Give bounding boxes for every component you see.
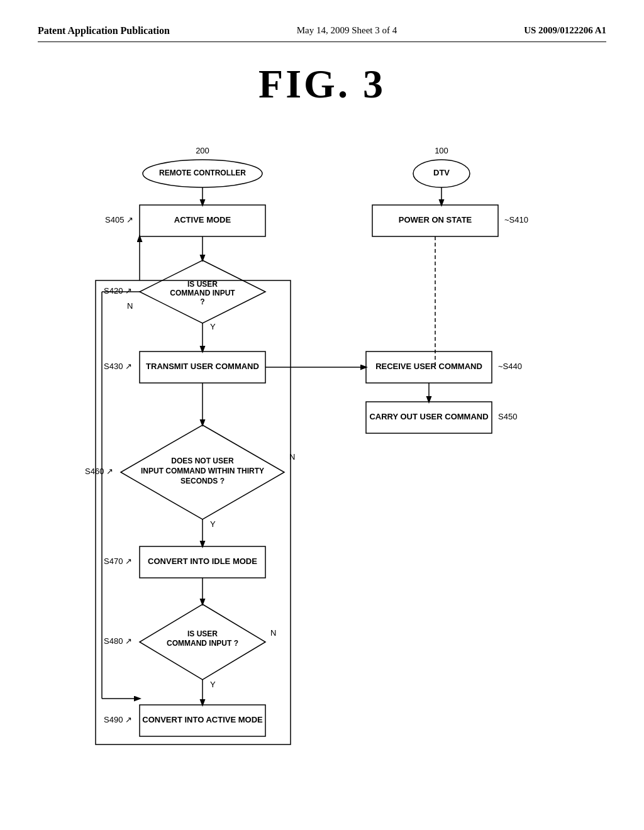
remote-controller-label: REMOTE CONTROLLER — [159, 169, 246, 177]
flowchart: 200 REMOTE CONTROLLER 100 DTV ACTIVE MOD… — [52, 139, 592, 780]
s420-text-1: IS USER — [187, 280, 218, 289]
s420-text-2: COMMAND INPUT — [170, 289, 235, 297]
s460-text-3: SECONDS ? — [180, 477, 225, 485]
header-center: May 14, 2009 Sheet 3 of 4 — [297, 25, 397, 36]
page: Patent Application Publication May 14, 2… — [0, 0, 644, 830]
s450-label: S450 — [498, 412, 517, 421]
s405-label: S405 ↗ — [105, 215, 133, 224]
s480-y-label: Y — [210, 680, 216, 689]
s440-label: ~S440 — [498, 362, 522, 371]
s460-label: S460 ↗ — [85, 467, 113, 476]
s470-label: S470 ↗ — [104, 556, 132, 566]
s460-text-1: DOES NOT USER — [171, 456, 234, 465]
s470-text: CONVERT INTO IDLE MODE — [148, 556, 257, 566]
s490-label: S490 ↗ — [104, 715, 132, 724]
s420-label: S420 ↗ — [104, 286, 132, 296]
s440-text: RECEIVE USER COMMAND — [375, 362, 482, 371]
figure-title: FIG. 3 — [38, 61, 606, 108]
s480-text-2: COMMAND INPUT ? — [167, 639, 238, 648]
s420-y-label: Y — [210, 322, 216, 331]
s420-text-3: ? — [200, 297, 204, 306]
s420-n-label: N — [127, 301, 133, 311]
s405-text: ACTIVE MODE — [174, 215, 231, 224]
dtv-label: DTV — [433, 168, 450, 177]
s410-label: ~S410 — [504, 215, 528, 224]
left-column-number: 200 — [196, 146, 209, 155]
s480-text-1: IS USER — [187, 629, 218, 638]
header-right: US 2009/0122206 A1 — [524, 25, 606, 36]
header-left: Patent Application Publication — [38, 25, 170, 36]
s460-y-label: Y — [210, 519, 216, 529]
s480-n-label: N — [270, 628, 276, 638]
s410-text: POWER ON STATE — [399, 215, 472, 224]
s430-text: TRANSMIT USER COMMAND — [146, 362, 259, 371]
right-column-number: 100 — [435, 146, 448, 155]
s480-label: S480 ↗ — [104, 636, 132, 646]
header: Patent Application Publication May 14, 2… — [38, 25, 606, 42]
s490-text: CONVERT INTO ACTIVE MODE — [142, 715, 263, 724]
s460-text-2: INPUT COMMAND WITHIN THIRTY — [141, 467, 264, 475]
s450-text: CARRY OUT USER COMMAND — [369, 412, 488, 421]
s430-label: S430 ↗ — [104, 362, 132, 371]
svg-rect-26 — [96, 280, 291, 744]
